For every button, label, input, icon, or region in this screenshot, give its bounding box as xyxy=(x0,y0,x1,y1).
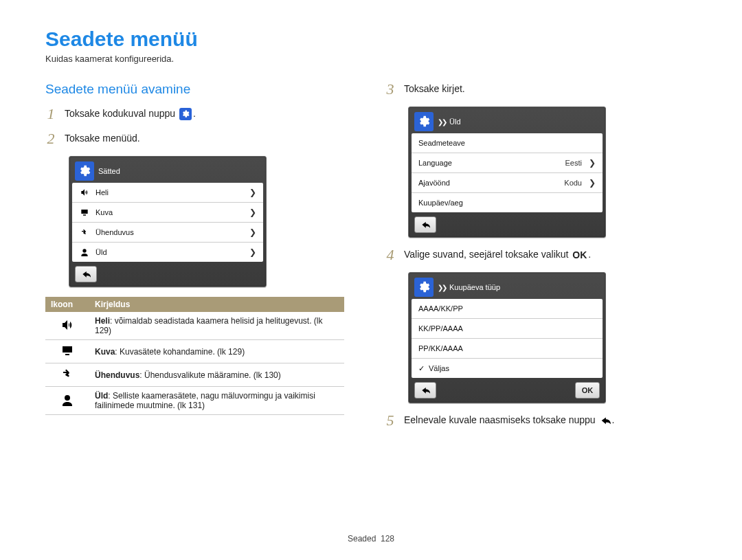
gear-icon xyxy=(75,161,94,181)
list-item[interactable]: Language Eesti xyxy=(412,153,603,173)
page-footer: Seaded 128 xyxy=(0,534,742,544)
connectivity-icon xyxy=(61,372,74,382)
display-icon xyxy=(79,208,90,216)
gear-icon xyxy=(179,108,192,120)
display-icon xyxy=(61,349,74,359)
chevron-right-icon xyxy=(245,188,256,197)
back-button[interactable] xyxy=(414,216,436,233)
list-item[interactable]: PP/KK/AAAA xyxy=(412,339,603,359)
speaker-icon xyxy=(61,324,74,333)
right-column: 3 Toksake kirjet. Üld Seadmeteave Langua… xyxy=(385,82,697,438)
back-icon xyxy=(600,415,611,426)
back-button[interactable] xyxy=(414,382,436,399)
left-column: Seadete menüü avamine 1 Toksake kodukuva… xyxy=(45,82,357,438)
list-item[interactable]: Kuupäev/aeg xyxy=(412,193,603,212)
back-button[interactable] xyxy=(75,266,97,282)
list-item[interactable]: Seadmeteave xyxy=(412,133,603,153)
breadcrumb-icon xyxy=(438,117,448,126)
table-row: Ühenduvus: Ühendusvalikute määramine. (l… xyxy=(45,363,344,387)
chevron-right-icon xyxy=(585,178,596,188)
chevron-right-icon xyxy=(245,208,256,217)
chevron-right-icon xyxy=(245,247,256,257)
list-item[interactable]: Ühenduvus xyxy=(72,223,263,243)
chevron-right-icon xyxy=(585,158,596,168)
step-1: 1 Toksake kodukuval nuppu . xyxy=(45,107,357,122)
list-item[interactable]: KK/PP/AAAA xyxy=(412,319,603,339)
connectivity-icon xyxy=(79,228,90,236)
list-item[interactable]: Üld xyxy=(72,243,263,262)
list-item[interactable]: Väljas xyxy=(412,359,603,378)
step-2: 2 Toksake menüüd. xyxy=(45,131,357,146)
person-icon xyxy=(61,399,74,408)
list-item[interactable]: Heli xyxy=(72,183,263,203)
step-4: 4 Valige suvand, seejärel toksake valiku… xyxy=(385,247,697,262)
page-caption: Kuidas kaamerat konfigureerida. xyxy=(45,54,697,64)
device-panel-general: Üld Seadmeteave Language Eesti Ajavöönd … xyxy=(408,107,606,238)
table-row: Üld: Selliste kaamerasätete, nagu mäluvo… xyxy=(45,387,344,415)
check-icon: Väljas xyxy=(418,364,596,373)
ok-button[interactable]: OK xyxy=(575,382,600,399)
person-icon xyxy=(79,248,90,256)
description-table: Ikoon Kirjeldus Heli: võimaldab seadista… xyxy=(45,297,344,415)
device-panel-settings: Sätted Heli Kuva Ühenduvus xyxy=(69,156,267,287)
step-5: 5 Eelnevale kuvale naasmiseks toksake nu… xyxy=(385,413,697,428)
section-heading: Seadete menüü avamine xyxy=(45,82,357,97)
device-panel-datetype: Kuupäeva tüüp AAAA/KK/PP KK/PP/AAAA PP/K… xyxy=(408,272,606,403)
chevron-right-icon xyxy=(245,227,256,237)
speaker-icon xyxy=(79,188,90,197)
list-item[interactable]: Ajavöönd Kodu xyxy=(412,173,603,193)
breadcrumb-icon xyxy=(438,283,448,291)
list-item[interactable]: AAAA/KK/PP xyxy=(412,299,603,319)
ok-icon: OK xyxy=(572,249,587,260)
table-row: Kuva: Kuvasätete kohandamine. (lk 129) xyxy=(45,340,344,363)
gear-icon xyxy=(414,278,434,297)
page-title: Seadete menüü xyxy=(45,27,697,51)
gear-icon xyxy=(414,112,434,131)
step-3: 3 Toksake kirjet. xyxy=(385,82,697,97)
list-item[interactable]: Kuva xyxy=(72,203,263,223)
table-row: Heli: võimaldab seadistada kaamera helis… xyxy=(45,312,344,340)
